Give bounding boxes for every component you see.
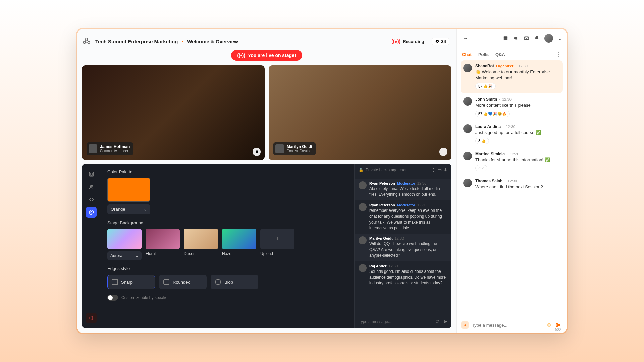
- edge-option-blob[interactable]: Blob: [211, 275, 258, 289]
- tab-chat[interactable]: Chat: [462, 52, 472, 57]
- reaction-pill[interactable]: 57👍💙🎉😊🔥: [475, 111, 510, 117]
- live-on-stage-banner: ((•)) You are live on stage!: [231, 50, 302, 61]
- chat-message: ShaneBotOrganizer· 12:30 👋 Welcome to ou…: [461, 60, 563, 93]
- avatar: [463, 152, 472, 160]
- avatar: [463, 179, 472, 187]
- backstage-header: 🔒 Private backstage chat ⋮ ▭ ⬇: [355, 164, 451, 176]
- send-icon[interactable]: ➤: [443, 318, 447, 325]
- reaction-pill[interactable]: ↩3: [475, 165, 487, 171]
- backstage-message: Ryan PetersonModerator12:30 Absolutely, …: [355, 179, 451, 200]
- chat-message: Martina Simicic· 12:30 Thanks for sharin…: [461, 148, 563, 175]
- stage-row: James Hoffman Community Leader ⏸ Marilyn…: [82, 65, 451, 160]
- color-swatch[interactable]: [107, 178, 150, 202]
- background-thumb: [107, 229, 142, 249]
- char-limit: 500: [555, 328, 561, 331]
- background-row: Aurora⌄ Floral Desert Haze: [107, 229, 347, 260]
- chevron-down-icon: ⌄: [135, 253, 139, 258]
- chat-list[interactable]: ShaneBotOrganizer· 12:30 👋 Welcome to ou…: [457, 60, 567, 317]
- avatar: [463, 97, 472, 106]
- recording-badge: ((●)) Recording: [391, 39, 424, 44]
- edge-option-rounded[interactable]: Rounded: [159, 275, 207, 289]
- chat-input-row: ✦ ☺: [457, 317, 567, 333]
- bell-icon[interactable]: [534, 35, 540, 41]
- right-panel: |→ ⌄ Chat Polls Q&A ⋮ ShaneBotOrganizer·…: [456, 29, 567, 333]
- color-select[interactable]: Orange ⌄: [107, 204, 150, 214]
- section-label: Edges style: [107, 266, 347, 271]
- upload-background-button[interactable]: + Upload: [260, 229, 294, 260]
- send-icon[interactable]: [555, 322, 562, 328]
- chat-message: John Smith· 12:30 More content like this…: [461, 94, 563, 120]
- logo-icon: [82, 37, 91, 46]
- rounded-icon: [163, 279, 169, 285]
- download-icon[interactable]: ⬇: [444, 167, 447, 172]
- emoji-icon[interactable]: ☺: [546, 322, 552, 328]
- svg-rect-4: [90, 173, 92, 175]
- calendar-icon[interactable]: [503, 35, 508, 41]
- collapse-icon[interactable]: |→: [461, 35, 468, 41]
- backstage-input[interactable]: [359, 319, 432, 324]
- video-tile[interactable]: Marilyn Geidt Content Creator ⏸: [269, 65, 451, 160]
- speaker-nameplate: Marilyn Geidt Content Creator: [273, 142, 316, 155]
- exit-icon[interactable]: [86, 313, 97, 323]
- topbar: Tech Summit Enterprise Marketing • Welco…: [82, 35, 451, 47]
- ai-assist-icon[interactable]: ✦: [461, 321, 469, 329]
- main-area: Tech Summit Enterprise Marketing • Welco…: [77, 29, 456, 333]
- backstage-message: Raj Ander12:30 Sounds good. I'm also cur…: [355, 261, 451, 289]
- avatar: [359, 203, 367, 211]
- control-panel: Color Palette Orange ⌄ Stage Background …: [82, 164, 451, 328]
- backstage-message: Marilyn Geidt12:30 Will do! QQ - how are…: [355, 234, 451, 261]
- reaction-pill[interactable]: 57👍🎉: [475, 83, 496, 89]
- viewer-count-badge[interactable]: 34: [432, 38, 449, 45]
- plus-icon: +: [260, 229, 294, 249]
- edge-option-sharp[interactable]: Sharp: [107, 275, 155, 289]
- blob-icon: [215, 279, 221, 285]
- control-content: Color Palette Orange ⌄ Stage Background …: [101, 164, 354, 328]
- background-option[interactable]: Haze: [222, 229, 256, 260]
- avatar: [89, 144, 97, 153]
- palette-icon[interactable]: [86, 207, 97, 218]
- svg-rect-3: [89, 172, 94, 176]
- avatar: [463, 64, 472, 72]
- breadcrumb-session[interactable]: Welcome & Overview: [187, 39, 238, 44]
- breadcrumb-event[interactable]: Tech Summit Enterprise Marketing: [95, 39, 178, 44]
- app-frame: Tech Summit Enterprise Marketing • Welco…: [77, 29, 567, 333]
- people-icon[interactable]: [86, 181, 97, 192]
- chevron-down-icon[interactable]: ⌄: [558, 35, 562, 41]
- settings-icon[interactable]: [86, 194, 97, 205]
- separator-dot: •: [182, 39, 183, 43]
- backstage-messages[interactable]: Ryan PetersonModerator12:30 Absolutely, …: [355, 176, 451, 315]
- audio-indicator-icon[interactable]: ⏸: [439, 148, 447, 156]
- more-icon[interactable]: ⋮: [431, 167, 436, 172]
- layout-icon[interactable]: [86, 169, 97, 179]
- section-label: Stage Background: [107, 220, 347, 225]
- background-select[interactable]: Aurora⌄: [107, 251, 142, 260]
- background-thumb: [184, 229, 218, 249]
- megaphone-icon[interactable]: [513, 35, 519, 41]
- backstage-chat: 🔒 Private backstage chat ⋮ ▭ ⬇ Ryan Pete…: [354, 164, 451, 328]
- reaction-pill[interactable]: 3👍: [475, 138, 489, 144]
- audio-indicator-icon[interactable]: ⏸: [253, 148, 261, 156]
- chat-input[interactable]: [472, 323, 543, 328]
- avatar: [359, 236, 367, 244]
- avatar: [275, 144, 284, 153]
- tab-polls[interactable]: Polls: [478, 52, 489, 57]
- popout-icon[interactable]: ▭: [438, 167, 442, 172]
- tab-qa[interactable]: Q&A: [495, 52, 505, 57]
- background-option[interactable]: Floral: [146, 229, 180, 260]
- customizable-toggle[interactable]: [107, 295, 118, 301]
- edges-row: Sharp Rounded Blob: [107, 275, 347, 289]
- background-option[interactable]: Desert: [184, 229, 218, 260]
- emoji-icon[interactable]: ☺: [435, 319, 440, 325]
- user-avatar[interactable]: [544, 34, 553, 43]
- avatar: [359, 264, 367, 272]
- recording-icon: ((●)): [391, 39, 400, 44]
- svg-point-6: [92, 185, 93, 187]
- background-option[interactable]: Aurora⌄: [107, 229, 142, 260]
- background-thumb: [222, 229, 256, 249]
- chat-message: Laura Andina· 12:30 Just signed up for a…: [461, 121, 563, 147]
- video-tile[interactable]: James Hoffman Community Leader ⏸: [82, 65, 265, 160]
- mail-icon[interactable]: [524, 35, 529, 41]
- sharp-icon: [112, 279, 118, 285]
- avatar: [463, 124, 472, 133]
- more-icon[interactable]: ⋮: [556, 51, 561, 58]
